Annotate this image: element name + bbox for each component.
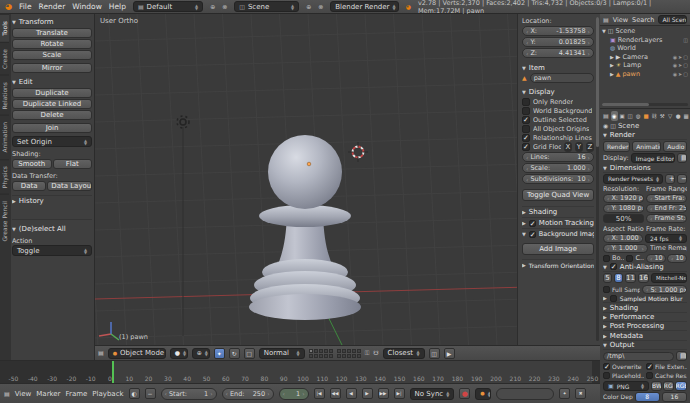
data-button[interactable]: Data xyxy=(12,181,46,191)
play-reverse-button[interactable]: ◀ xyxy=(346,388,357,399)
location-z-field[interactable]: ‹Z:4.41341› xyxy=(522,48,594,58)
render-presets-dropdown[interactable]: Render Presets▲▼ xyxy=(603,174,663,184)
data-layout-button[interactable]: Data Layout xyxy=(47,181,92,191)
location-y-field[interactable]: ‹Y:0.01825› xyxy=(522,37,594,47)
only-render-row[interactable]: Only Render xyxy=(522,97,594,106)
outliner-row-camera[interactable]: ▶▶Camera ◉➤▢ xyxy=(602,53,688,62)
panel-motion-tracking[interactable]: ▶✓Motion Tracking xyxy=(522,217,594,228)
aa-samples-8-button[interactable]: 8 xyxy=(614,273,623,283)
delete-button[interactable]: Delete xyxy=(12,110,92,120)
outliner-display-mode[interactable]: All Scenes xyxy=(658,15,687,24)
render-button[interactable]: Render xyxy=(603,141,630,152)
timeline-playhead[interactable] xyxy=(112,361,114,383)
tab-data-icon[interactable]: ▽ xyxy=(667,111,674,121)
outline-selected-row[interactable]: ✓Outline Selected xyxy=(522,115,594,124)
axis-y-toggle[interactable]: Y xyxy=(575,142,583,152)
panel-motion-blur[interactable]: ▶Sampled Motion Blur xyxy=(603,294,687,303)
depth-16-button[interactable]: 16 xyxy=(662,392,687,402)
jump-to-end-button[interactable]: ▶| xyxy=(394,388,405,399)
panel-shading-props[interactable]: ▶Shading xyxy=(603,303,687,312)
aa-size-field[interactable]: ‹S: 1.000 px› xyxy=(642,285,687,294)
aa-samples-5-button[interactable]: 5 xyxy=(603,273,612,283)
panel-post-processing[interactable]: ▶Post Processing xyxy=(603,322,687,331)
lamp-visible-icon[interactable]: ◉ xyxy=(673,62,677,68)
relationship-lines-row[interactable]: ✓Relationship Lines xyxy=(522,133,594,142)
preset-remove-icon[interactable]: − xyxy=(677,174,687,184)
use-preview-range-icon[interactable]: ◐ xyxy=(129,388,140,399)
lock-time-icon[interactable]: − xyxy=(145,388,156,399)
depth-8-button[interactable]: 8 xyxy=(635,392,660,402)
animation-button[interactable]: Animation xyxy=(632,141,661,152)
aa-samples-16-button[interactable]: 16 xyxy=(638,273,649,283)
action-dropdown[interactable]: Toggle▲▼ xyxy=(12,245,92,256)
manipulator-rotate-button[interactable]: ↻ xyxy=(229,348,240,359)
menu-help[interactable]: Help xyxy=(109,2,126,11)
remap-old-field[interactable]: ‹10› xyxy=(646,254,666,263)
tab-render-icon[interactable]: ◉ xyxy=(611,111,618,121)
tab-grease-pencil[interactable]: Grease Pencil xyxy=(0,194,9,248)
layers-widget-right[interactable] xyxy=(337,349,361,358)
tab-material-icon[interactable]: ● xyxy=(675,111,682,121)
manipulator-scale-button[interactable]: □ xyxy=(244,348,255,359)
grid-floor-row[interactable]: ✓Grid Floor X Y Z xyxy=(522,142,594,151)
manipulator-translate-button[interactable]: ✦ xyxy=(214,348,225,359)
display-options-icon[interactable]: ▤ xyxy=(677,153,687,163)
lamp-object[interactable] xyxy=(177,116,189,336)
translate-button[interactable]: Translate xyxy=(12,28,92,38)
pawn-renderable-icon[interactable]: ▢ xyxy=(683,71,688,77)
shade-smooth-button[interactable]: Smooth xyxy=(12,159,52,169)
toggle-quad-view-button[interactable]: Toggle Quad View xyxy=(522,189,594,201)
render-opengl-icon[interactable]: ◫ xyxy=(429,348,440,359)
frame-step-field[interactable]: ‹Frame St: 1› xyxy=(646,214,687,223)
tab-create[interactable]: Create xyxy=(0,42,9,75)
jump-to-start-button[interactable]: |◀ xyxy=(314,388,325,399)
timeline-menu-view[interactable]: View xyxy=(15,390,32,398)
mode-dropdown[interactable]: ● Object Mode▲▼ xyxy=(108,348,166,359)
panel-render[interactable]: ▼Render xyxy=(603,131,687,140)
tab-world-icon[interactable]: ◍ xyxy=(635,111,642,121)
grid-lines-field[interactable]: ‹Lines:16› xyxy=(522,152,594,162)
timeline-editor-icon[interactable]: ▤ xyxy=(4,391,10,397)
active-keying-set-input[interactable] xyxy=(496,388,554,400)
scale-button[interactable]: Scale xyxy=(12,50,92,60)
aa-samples-11-button[interactable]: 11 xyxy=(625,273,636,283)
pivot-dropdown[interactable]: ⊕▲▼ xyxy=(192,348,210,359)
delete-keyframe-icon[interactable]: ✖ xyxy=(575,388,586,399)
insert-keyframe-icon[interactable]: ✦ xyxy=(559,388,570,399)
sync-dropdown[interactable]: No Sync▲▼ xyxy=(410,388,455,400)
snap-target-dropdown[interactable]: Closest▲▼ xyxy=(383,348,425,359)
shading-dropdown[interactable]: ●▲▼ xyxy=(170,348,188,359)
panel-operator[interactable]: ▼(De)select All xyxy=(12,223,92,234)
color-bw-button[interactable]: BW xyxy=(651,381,662,391)
timeline-menu-playback[interactable]: Playback xyxy=(92,390,123,398)
world-background-row[interactable]: World Background xyxy=(522,106,594,115)
overwrite-checkbox[interactable]: ✓ xyxy=(603,363,610,370)
panel-output[interactable]: ▼Output xyxy=(603,341,687,350)
full-sample-checkbox[interactable] xyxy=(603,286,610,293)
file-extensions-checkbox[interactable]: ✓ xyxy=(646,363,653,370)
all-object-origins-row[interactable]: All Object Origins xyxy=(522,124,594,133)
duplicate-linked-button[interactable]: Duplicate Linked xyxy=(12,99,92,109)
prev-keyframe-button[interactable]: ◀◀ xyxy=(330,388,341,399)
panel-item[interactable]: ▼Item xyxy=(522,62,594,73)
rotate-button[interactable]: Rotate xyxy=(12,39,92,49)
color-rgb-button[interactable]: RGB xyxy=(663,381,674,391)
lamp-selectable-icon[interactable]: ➤ xyxy=(678,62,682,68)
panel-display[interactable]: ▼Display xyxy=(522,86,594,97)
object-name-field[interactable]: pawn xyxy=(530,73,594,83)
preset-add-icon[interactable]: + xyxy=(665,174,675,184)
fps-dropdown[interactable]: 24 fps▲▼ xyxy=(645,234,687,243)
play-button[interactable]: ▶ xyxy=(362,388,373,399)
lamp-renderable-icon[interactable]: ▢ xyxy=(683,62,688,68)
outliner-editor-icon[interactable]: ▤ xyxy=(603,17,609,23)
current-frame-input[interactable]: ‹1› xyxy=(279,388,309,400)
properties-editor-icon[interactable]: ▤ xyxy=(603,113,609,119)
grid-subdivisions-field[interactable]: ‹Subdivisions:10› xyxy=(522,174,594,184)
camera-selectable-icon[interactable]: ➤ xyxy=(678,54,682,60)
tab-animation[interactable]: Animation xyxy=(0,115,9,159)
n-panel-scrollbar[interactable] xyxy=(596,17,599,341)
panel-metadata[interactable]: ▶Metadata xyxy=(603,331,687,340)
record-button[interactable]: ● xyxy=(459,388,470,399)
camera-visible-icon[interactable]: ◉ xyxy=(673,54,677,60)
tab-physics[interactable]: Physics xyxy=(0,159,9,194)
